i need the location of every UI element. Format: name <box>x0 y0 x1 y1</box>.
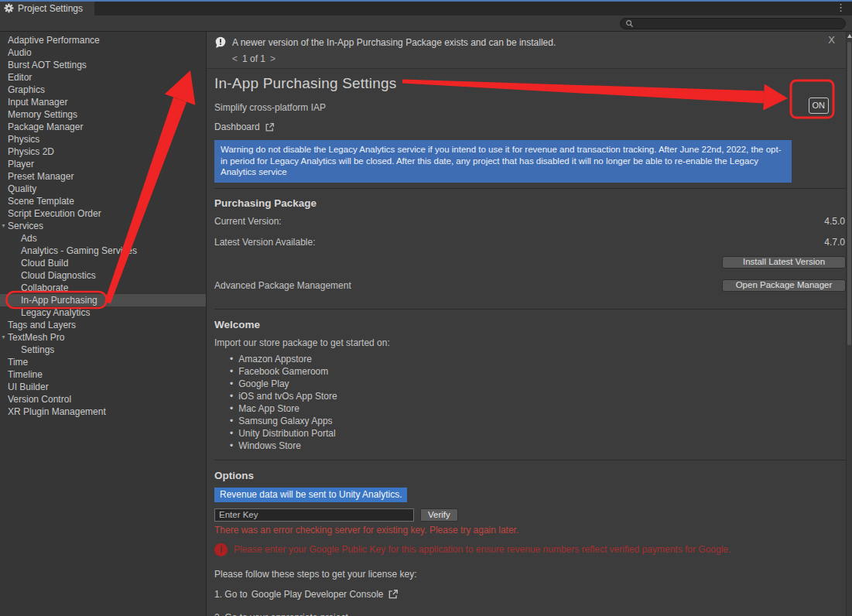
latest-version-label: Latest Version Available: <box>214 237 316 248</box>
welcome-intro: Import our store package to get started … <box>214 337 852 348</box>
step-2-text: 2. Go to your appropriate project. <box>214 612 852 616</box>
alert-bubble-icon <box>214 36 227 49</box>
store-name: Facebook Gameroom <box>238 365 328 378</box>
google-key-input[interactable] <box>214 508 414 522</box>
sidebar-item-in-app-purchasing[interactable]: In-App Purchasing <box>0 294 206 306</box>
sidebar-item-audio[interactable]: Audio <box>0 46 206 59</box>
sidebar-item-label: Graphics <box>8 84 45 95</box>
open-package-manager-button[interactable]: Open Package Manager <box>722 279 846 292</box>
external-link-icon <box>388 589 399 600</box>
latest-version-value: 4.7.0 <box>824 237 846 248</box>
purchasing-package-heading: Purchasing Package <box>214 197 852 209</box>
search-input[interactable] <box>637 19 840 29</box>
sidebar-item-label: Legacy Analytics <box>21 307 90 318</box>
sidebar-item-time[interactable]: Time <box>0 356 206 368</box>
sidebar-item-label: Adaptive Performance <box>8 35 100 46</box>
bullet-icon: • <box>230 378 233 390</box>
scrollbar-thumb[interactable] <box>847 42 851 345</box>
page-title: In-App Purchasing Settings <box>214 75 852 92</box>
sidebar-item-label: Scene Template <box>8 196 74 207</box>
sidebar-item-label: Analytics - Gaming Services <box>21 245 137 256</box>
current-version-row: Current Version: 4.5.0 <box>214 216 846 227</box>
store-name: Mac App Store <box>238 402 299 415</box>
sidebar-item-ads[interactable]: Ads <box>0 232 206 245</box>
service-on-toggle[interactable]: ON <box>809 98 830 114</box>
sidebar-item-label: Time <box>8 357 28 368</box>
tab-label: Project Settings <box>18 3 83 14</box>
section-divider <box>214 309 846 310</box>
sidebar-item-label: Audio <box>8 47 32 58</box>
sidebar-item-label: Memory Settings <box>8 109 77 120</box>
sidebar-item-label: Tags and Layers <box>8 320 76 330</box>
store-name: Samsung Galaxy Apps <box>238 415 332 427</box>
sidebar-item-package-manager[interactable]: Package Manager <box>0 121 206 133</box>
pager-next-button[interactable]: > <box>270 53 275 64</box>
advanced-package-management-label: Advanced Package Management <box>214 280 351 291</box>
current-version-value: 4.5.0 <box>824 216 846 227</box>
store-name: Unity Distribution Portal <box>238 427 335 440</box>
foldout-expanded-icon[interactable]: ▼ <box>1 220 6 232</box>
sidebar-item-label: Ads <box>21 233 37 244</box>
sidebar-item-collaborate[interactable]: Collaborate <box>0 282 206 294</box>
store-name: Amazon Appstore <box>238 353 312 365</box>
sidebar-item-physics[interactable]: Physics <box>0 133 206 145</box>
toolbar <box>0 15 852 32</box>
sidebar-item-graphics[interactable]: Graphics <box>0 84 206 96</box>
sidebar-item-adaptive-performance[interactable]: Adaptive Performance <box>0 34 206 46</box>
section-divider <box>214 188 846 189</box>
sidebar-item-label: Cloud Diagnostics <box>21 270 96 281</box>
sidebar-item-script-execution-order[interactable]: Script Execution Order <box>0 207 206 220</box>
tab-project-settings[interactable]: Project Settings <box>0 1 94 15</box>
search-box[interactable] <box>620 18 846 29</box>
google-key-note-row: i Please enter your Google Public Key fo… <box>214 543 826 556</box>
sidebar-item-preset-manager[interactable]: Preset Manager <box>0 170 206 183</box>
sidebar-item-textmesh-pro[interactable]: ▼TextMesh Pro <box>0 331 206 344</box>
sidebar-item-services[interactable]: ▼Services <box>0 220 206 232</box>
banner-message: A newer version of the In-App Purchasing… <box>232 37 556 48</box>
install-latest-version-button[interactable]: Install Latest Version <box>722 256 846 269</box>
sidebar-item-ui-builder[interactable]: UI Builder <box>0 381 206 393</box>
sidebar-item-player[interactable]: Player <box>0 158 206 170</box>
sidebar-item-analytics-gaming-services[interactable]: Analytics - Gaming Services <box>0 245 206 257</box>
sidebar-item-xr-plugin-management[interactable]: XR Plugin Management <box>0 406 206 418</box>
sidebar-item-timeline[interactable]: Timeline <box>0 368 206 381</box>
sidebar-item-legacy-analytics[interactable]: Legacy Analytics <box>0 306 206 319</box>
sidebar-item-tags-and-layers[interactable]: Tags and Layers <box>0 319 206 331</box>
gear-icon <box>4 3 14 13</box>
bullet-icon: • <box>230 390 233 402</box>
sidebar-item-editor[interactable]: Editor <box>0 71 206 84</box>
sidebar-item-input-manager[interactable]: Input Manager <box>0 96 206 108</box>
sidebar-item-cloud-build[interactable]: Cloud Build <box>0 257 206 269</box>
foldout-expanded-icon[interactable]: ▼ <box>1 331 6 344</box>
sidebar-item-label: Physics 2D <box>8 146 54 157</box>
main-panel: A newer version of the In-App Purchasing… <box>207 32 852 616</box>
sidebar-item-cloud-diagnostics[interactable]: Cloud Diagnostics <box>0 269 206 282</box>
pager-prev-button[interactable]: < <box>232 53 238 64</box>
sidebar-item-quality[interactable]: Quality <box>0 183 206 195</box>
google-play-console-link[interactable]: Google Play Developer Console <box>251 589 399 600</box>
store-list-item: •Facebook Gameroom <box>230 365 852 378</box>
sidebar-item-scene-template[interactable]: Scene Template <box>0 195 206 207</box>
sidebar-item-label: In-App Purchasing <box>21 295 98 306</box>
verify-button[interactable]: Verify <box>420 508 458 522</box>
sidebar-item-memory-settings[interactable]: Memory Settings <box>0 108 206 121</box>
sidebar-item-label: Preset Manager <box>8 171 74 182</box>
sidebar-item-settings[interactable]: Settings <box>0 344 206 356</box>
latest-version-row: Latest Version Available: 4.7.0 <box>214 237 846 248</box>
store-name: Google Play <box>238 378 289 390</box>
kebab-menu-icon[interactable]: ⋮ <box>836 2 846 13</box>
vertical-scrollbar[interactable] <box>846 32 852 616</box>
bullet-icon: • <box>230 365 233 378</box>
banner-close-button[interactable]: X <box>828 34 835 46</box>
bullet-icon: • <box>230 415 233 427</box>
sidebar-list: Adaptive PerformanceAudioBurst AOT Setti… <box>0 34 206 418</box>
store-list-item: •Samsung Galaxy Apps <box>230 415 852 427</box>
sidebar-item-version-control[interactable]: Version Control <box>0 393 206 406</box>
sidebar-item-physics-2d[interactable]: Physics 2D <box>0 145 206 158</box>
sidebar-item-label: Input Manager <box>8 97 67 108</box>
scroll-up-arrow-icon[interactable] <box>847 34 852 38</box>
sidebar-item-label: Burst AOT Settings <box>8 60 87 70</box>
dashboard-link[interactable]: Dashboard <box>214 121 275 132</box>
banner-pager: < 1 of 1 > <box>232 53 844 64</box>
sidebar-item-burst-aot-settings[interactable]: Burst AOT Settings <box>0 59 206 71</box>
